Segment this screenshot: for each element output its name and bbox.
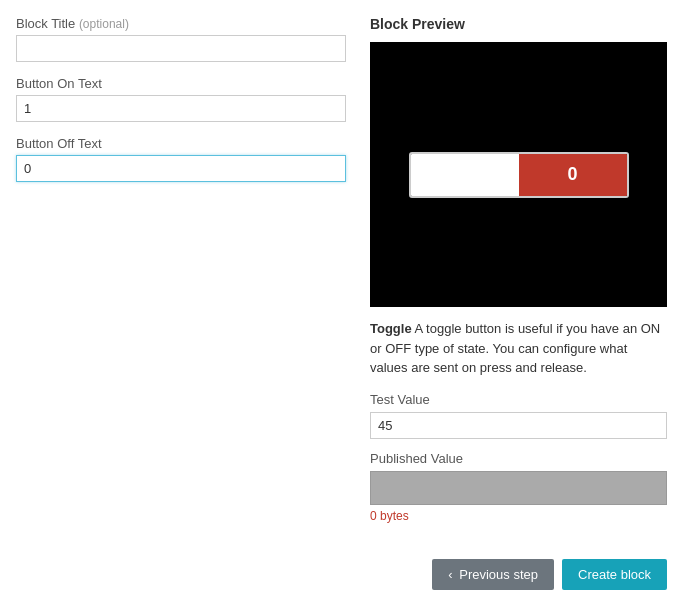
block-title-label: Block Title (optional)	[16, 16, 346, 31]
previous-step-button[interactable]: ‹ Previous step	[432, 559, 554, 590]
button-off-group: Button Off Text	[16, 136, 346, 182]
create-block-button[interactable]: Create block	[562, 559, 667, 590]
button-on-input[interactable]	[16, 95, 346, 122]
button-on-group: Button On Text	[16, 76, 346, 122]
block-title-group: Block Title (optional)	[16, 16, 346, 62]
left-panel: Block Title (optional) Button On Text Bu…	[16, 16, 346, 543]
prev-label: Previous step	[459, 567, 538, 582]
description: Toggle A toggle button is useful if you …	[370, 319, 667, 378]
toggle-off-side: 0	[519, 154, 627, 196]
bytes-text: 0 bytes	[370, 509, 667, 523]
block-title-input[interactable]	[16, 35, 346, 62]
description-body: A toggle button is useful if you have an…	[370, 321, 660, 375]
button-off-input[interactable]	[16, 155, 346, 182]
description-bold: Toggle	[370, 321, 412, 336]
preview-box: 0	[370, 42, 667, 307]
preview-title: Block Preview	[370, 16, 667, 32]
toggle-off-value: 0	[567, 164, 577, 185]
block-title-optional: (optional)	[79, 17, 129, 31]
button-on-label: Button On Text	[16, 76, 346, 91]
published-value-box	[370, 471, 667, 505]
chevron-left-icon: ‹	[448, 567, 452, 582]
toggle-on-side	[411, 154, 519, 196]
test-value-label: Test Value	[370, 392, 667, 407]
toggle-widget[interactable]: 0	[409, 152, 629, 198]
published-value-label: Published Value	[370, 451, 667, 466]
block-title-label-text: Block Title	[16, 16, 75, 31]
test-value-input[interactable]	[370, 412, 667, 439]
create-label: Create block	[578, 567, 651, 582]
footer-buttons: ‹ Previous step Create block	[16, 559, 667, 590]
right-panel: Block Preview 0 Toggle A toggle button i…	[370, 16, 667, 543]
button-off-label: Button Off Text	[16, 136, 346, 151]
